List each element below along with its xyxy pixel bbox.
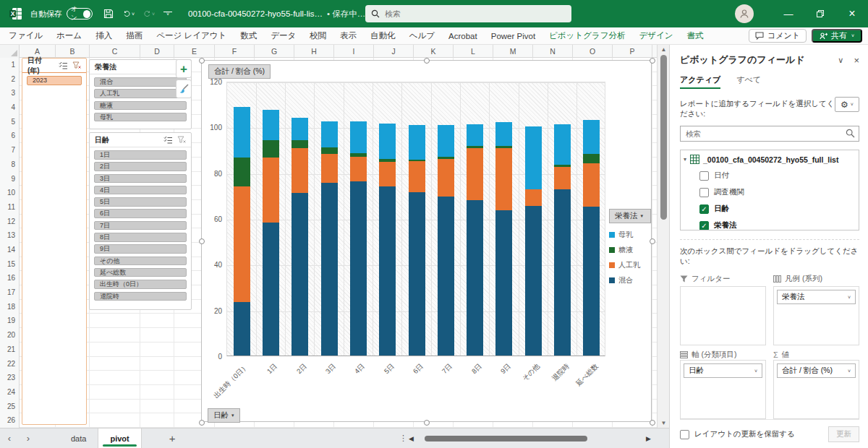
column-header[interactable]: K — [414, 45, 454, 58]
bar-segment-混合[interactable] — [554, 189, 571, 356]
bar-segment-人工乳[interactable] — [467, 148, 483, 199]
column-header[interactable]: F — [215, 45, 255, 58]
autosave-toggle[interactable]: オン — [67, 8, 93, 20]
axis-area[interactable]: 日齢˅ — [680, 360, 766, 419]
sheet-tab-data[interactable]: data — [59, 428, 98, 448]
slicer-item[interactable]: 延べ総数 — [94, 268, 187, 277]
stacked-bar[interactable] — [379, 124, 396, 356]
slicer-age[interactable]: 日齢 1日2日3日4日5日6日7日8日9日その他延べ総数出生時（0日）退院時 — [89, 132, 192, 310]
area-field-pill[interactable]: 合計 / 割合 (%)˅ — [777, 363, 856, 378]
slicer-item[interactable]: 母乳 — [94, 113, 187, 122]
row-header[interactable]: 2 — [0, 72, 19, 87]
bar-segment-混合[interactable] — [438, 197, 454, 356]
bar-segment-混合[interactable] — [350, 181, 367, 356]
legend-item[interactable]: 人工乳 — [609, 260, 651, 270]
row-header[interactable]: 12 — [0, 215, 19, 229]
bar-segment-人工乳[interactable] — [438, 159, 454, 197]
bar-segment-糖液[interactable] — [321, 147, 338, 155]
bar-segment-人工乳[interactable] — [350, 157, 367, 182]
chart-selection-handle[interactable] — [424, 58, 430, 64]
stacked-bar[interactable] — [438, 125, 454, 356]
row-header[interactable]: 25 — [0, 400, 19, 414]
bar-segment-混合[interactable] — [321, 183, 338, 356]
ribbon-tab[interactable]: 校閲 — [310, 30, 326, 41]
bar-segment-母乳[interactable] — [495, 122, 512, 146]
ribbon-tab[interactable]: ページ レイアウト — [156, 30, 226, 41]
field-search-input[interactable] — [680, 126, 859, 142]
slicer-item[interactable]: 退院時 — [94, 292, 187, 301]
select-all-corner[interactable] — [0, 45, 20, 58]
column-header[interactable]: P — [613, 45, 652, 58]
chart-selection-handle[interactable] — [650, 420, 655, 426]
row-header[interactable]: 17 — [0, 285, 19, 300]
restore-button[interactable] — [804, 0, 836, 27]
bar-segment-母乳[interactable] — [292, 118, 308, 141]
bar-segment-糖液[interactable] — [292, 140, 308, 148]
column-header[interactable]: B — [56, 45, 90, 58]
slicer-item[interactable]: 3日 — [94, 174, 187, 184]
stacked-bar[interactable] — [234, 107, 250, 356]
tab-active[interactable]: アクティブ — [680, 74, 720, 89]
ribbon-contextual-tab[interactable]: 書式 — [687, 30, 704, 41]
redo-button[interactable]: ˅ — [143, 8, 155, 20]
slicer-date-year[interactable]: 日付 (年) 2023 — [22, 58, 87, 425]
bar-segment-人工乳[interactable] — [234, 186, 250, 302]
table-row-header[interactable]: ▾ _00100_cfa_00450272_hyo55_full_list — [684, 155, 856, 164]
row-header[interactable]: 10 — [0, 186, 19, 200]
ribbon-tab[interactable]: 描画 — [126, 30, 142, 41]
bar-segment-混合[interactable] — [234, 302, 250, 356]
scroll-left-icon[interactable]: ◀ — [409, 435, 417, 442]
scroll-down-icon[interactable]: ▼ — [658, 418, 669, 428]
chart-legend[interactable]: 栄養法▾ 母乳糖液人工乳混合 — [609, 209, 651, 290]
stacked-bar[interactable] — [554, 124, 571, 356]
chart-selection-handle[interactable] — [424, 420, 430, 426]
tab-options-icon[interactable]: ⋮ — [399, 434, 407, 443]
chart-selection-handle[interactable] — [199, 58, 205, 64]
slicer-item[interactable]: 6日 — [94, 209, 187, 218]
scrollbar-thumb[interactable] — [660, 55, 667, 220]
legend-item[interactable]: 糖液 — [609, 245, 651, 255]
search-bar[interactable] — [365, 5, 571, 22]
chevron-down-icon[interactable]: ∨ — [838, 56, 843, 65]
scroll-up-icon[interactable]: ▲ — [658, 45, 669, 54]
legend-area[interactable]: 栄養法˅ — [773, 286, 859, 345]
scrollbar-track[interactable] — [417, 435, 646, 442]
bar-segment-糖液[interactable] — [583, 154, 600, 163]
slicer-item[interactable]: 2日 — [94, 162, 187, 171]
bar-segment-母乳[interactable] — [379, 124, 396, 158]
scroll-right-icon[interactable]: ▶ — [646, 435, 655, 442]
undo-dropdown-icon[interactable]: ˅ — [132, 12, 135, 17]
row-header[interactable]: 22 — [0, 357, 19, 371]
account-avatar[interactable] — [735, 4, 754, 23]
tab-all[interactable]: すべて — [736, 74, 761, 89]
field-item[interactable]: 調査機関 — [684, 187, 856, 197]
bar-segment-母乳[interactable] — [350, 121, 367, 153]
defer-layout-checkbox[interactable] — [680, 430, 689, 439]
bar-segment-混合[interactable] — [409, 192, 425, 356]
dropdown-icon[interactable]: ˅ — [754, 369, 757, 374]
save-icon[interactable] — [103, 8, 114, 20]
slicer-item[interactable]: 糖液 — [94, 101, 187, 111]
area-field-pill[interactable]: 日齢˅ — [684, 363, 762, 378]
bar-segment-混合[interactable] — [263, 223, 279, 356]
share-button[interactable]: 共有 ˅ — [812, 29, 862, 43]
bar-segment-糖液[interactable] — [263, 140, 279, 158]
chart-styles-button[interactable] — [176, 79, 192, 98]
column-header[interactable]: O — [573, 45, 613, 58]
legend-item[interactable]: 混合 — [609, 275, 651, 285]
slicer-item[interactable]: 9日 — [94, 244, 187, 254]
chart-selection-handle[interactable] — [199, 238, 205, 244]
row-header[interactable]: 19 — [0, 314, 19, 328]
column-header[interactable]: J — [374, 45, 414, 58]
horizontal-scrollbar[interactable]: ◀ ▶ — [409, 434, 655, 444]
stacked-bar[interactable] — [350, 121, 367, 356]
new-sheet-button[interactable]: + — [169, 432, 176, 444]
row-header[interactable]: 20 — [0, 328, 19, 343]
row-header[interactable]: 24 — [0, 385, 19, 400]
legend-item[interactable]: 母乳 — [609, 230, 651, 240]
plot-area[interactable] — [226, 82, 605, 356]
autosave-control[interactable]: 自動保存 オン — [30, 8, 93, 20]
stacked-bar[interactable] — [495, 122, 512, 356]
row-header[interactable]: 18 — [0, 300, 19, 314]
column-header[interactable]: N — [533, 45, 573, 58]
